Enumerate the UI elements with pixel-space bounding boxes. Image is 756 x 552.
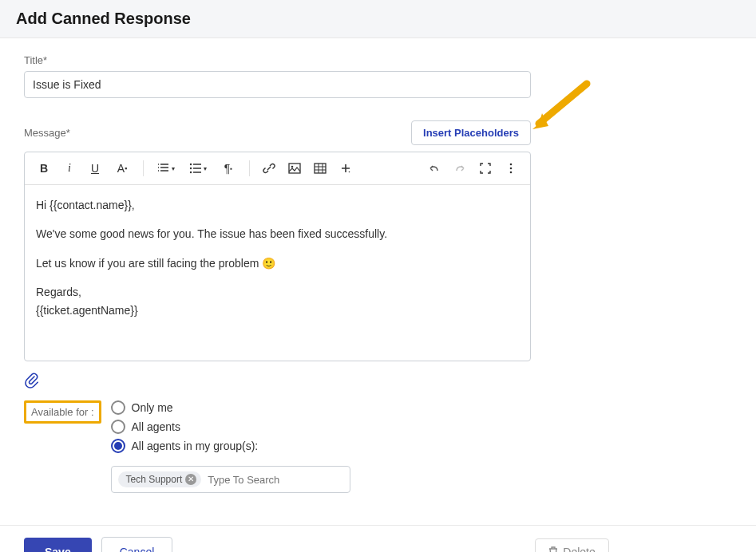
save-button[interactable]: Save [24, 538, 92, 552]
availability-radio-group: Only me All agents All agents in my grou… [111, 400, 350, 493]
attachment-icon[interactable] [24, 373, 38, 391]
editor-toolbar: B i U A▪ ▾ ▾ ¶▪ [25, 152, 530, 185]
editor-line: Regards,{{ticket.agentName}} [36, 283, 519, 319]
editor-content[interactable]: Hi {{contact.name}}, We've some good new… [25, 185, 530, 361]
underline-button[interactable]: U [84, 157, 106, 179]
group-search-input[interactable] [208, 474, 342, 486]
paragraph-format-button[interactable]: ¶▪ [216, 157, 241, 179]
table-button[interactable] [309, 157, 331, 179]
svg-point-1 [190, 168, 192, 169]
trash-icon [548, 546, 558, 552]
undo-button[interactable] [423, 157, 445, 179]
svg-point-7 [510, 164, 513, 166]
cancel-button[interactable]: Cancel [101, 537, 173, 552]
svg-point-9 [510, 172, 513, 174]
radio-all-agents-groups[interactable]: All agents in my group(s): [111, 439, 350, 453]
header-bar: Add Canned Response [0, 0, 756, 38]
insert-more-button[interactable] [334, 157, 357, 179]
redo-button[interactable] [449, 157, 471, 179]
more-options-button[interactable] [500, 157, 522, 179]
svg-rect-3 [289, 164, 300, 173]
fullscreen-button[interactable] [474, 157, 497, 179]
rich-text-editor: B i U A▪ ▾ ▾ ¶▪ [24, 152, 531, 361]
italic-button[interactable]: i [58, 157, 81, 179]
page-title: Add Canned Response [16, 10, 740, 28]
radio-all-agents[interactable]: All agents [111, 420, 350, 434]
svg-point-4 [291, 166, 294, 168]
ordered-list-button[interactable]: ▾ [152, 157, 180, 179]
editor-line: Hi {{contact.name}}, [36, 196, 519, 214]
svg-point-0 [190, 164, 192, 165]
editor-line: We've some good news for you. The issue … [36, 225, 519, 242]
bold-button[interactable]: B [33, 157, 55, 179]
available-for-label: Available for : [24, 400, 101, 424]
footer-actions: Save Cancel Delete [0, 525, 756, 552]
svg-point-2 [190, 172, 192, 173]
title-label: Title* [24, 54, 551, 66]
text-color-button[interactable]: A▪ [109, 157, 135, 179]
insert-placeholders-button[interactable]: Insert Placeholders [411, 120, 531, 145]
editor-line: Let us know if you are still facing the … [36, 254, 519, 272]
svg-rect-5 [315, 164, 326, 173]
link-button[interactable] [258, 157, 280, 179]
title-input[interactable] [24, 71, 531, 98]
svg-point-6 [349, 172, 350, 173]
image-button[interactable] [283, 157, 306, 179]
tag-remove-icon[interactable]: ✕ [185, 474, 196, 485]
svg-point-8 [510, 168, 513, 170]
group-tag-input[interactable]: Tech Support ✕ [111, 466, 350, 493]
tag-chip: Tech Support ✕ [118, 471, 202, 487]
unordered-list-button[interactable]: ▾ [184, 157, 212, 179]
message-label: Message* [24, 127, 70, 139]
delete-button[interactable]: Delete [535, 538, 608, 552]
radio-only-me[interactable]: Only me [111, 400, 350, 415]
